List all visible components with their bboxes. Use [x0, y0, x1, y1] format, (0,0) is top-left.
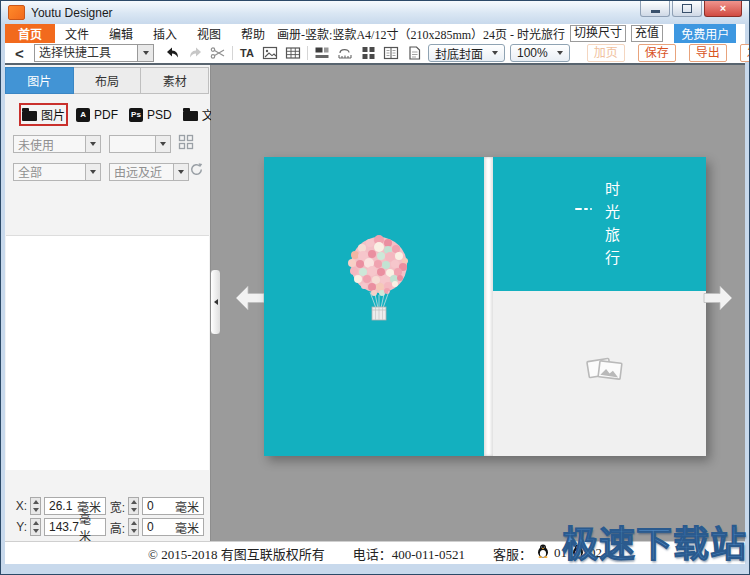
collapse-left-icon [214, 299, 218, 305]
photo-placeholder-icon[interactable] [585, 353, 625, 389]
grid-view-icon[interactable] [359, 45, 377, 61]
front-cover-page[interactable]: 时光旅行 [493, 157, 706, 456]
export-button[interactable]: 导出 [689, 44, 727, 62]
menu-item-view[interactable]: 视图 [187, 25, 231, 42]
menu-item-help[interactable]: 帮助 [231, 25, 275, 42]
canvas-area: 时光旅行 [211, 65, 745, 542]
refresh-icon[interactable] [189, 162, 204, 181]
tab-materials[interactable]: 素材 [140, 67, 209, 94]
phone-text: 电话：400-011-0521 [353, 544, 465, 563]
redo-icon[interactable] [186, 45, 204, 61]
grid-layout-icon[interactable] [178, 134, 194, 154]
quick-tool-select-value: 选择快捷工具 [35, 45, 137, 61]
add-page-button[interactable]: 加页 [587, 44, 625, 62]
source-pdf[interactable]: A PDF [73, 105, 121, 125]
table-tool-icon[interactable] [284, 45, 302, 61]
align-tool-icon[interactable] [313, 45, 331, 61]
titlebar: Youtu Designer × [1, 1, 749, 24]
app-logo-icon [8, 5, 25, 20]
zoom-select[interactable]: 100% [510, 44, 570, 62]
cover-deco-mark [575, 208, 592, 210]
toolbar: < 选择快捷工具 TA [5, 43, 745, 65]
sidebar-collapse-handle[interactable] [211, 269, 221, 335]
image-list-area [6, 235, 209, 470]
toolbar-separator [232, 46, 233, 60]
scissors-icon[interactable] [209, 45, 227, 61]
usage-filter-select[interactable]: 未使用 [13, 135, 101, 153]
app-title: Youtu Designer [31, 6, 113, 20]
toolbar-separator [307, 46, 308, 60]
text-tool-icon[interactable]: TA [238, 45, 256, 61]
menu-item-file[interactable]: 文件 [55, 25, 99, 42]
chevron-down-icon[interactable] [137, 45, 153, 61]
image-source-row: 图片 A PDF Ps PSD 文件夹 [19, 103, 208, 126]
psd-icon: Ps [129, 108, 143, 122]
pages-view-icon[interactable] [382, 45, 400, 61]
y-stepper[interactable] [30, 518, 41, 536]
free-user-badge[interactable]: 免费用户 [674, 24, 736, 43]
close-button[interactable]: × [704, 1, 742, 17]
back-icon[interactable]: < [15, 45, 29, 62]
next-page-arrow[interactable] [703, 285, 733, 315]
chevron-down-icon [85, 164, 100, 180]
save-button[interactable]: 保存 [638, 44, 676, 62]
app-window: Youtu Designer × 首页 文件 编辑 插入 视图 帮助 画册-竖款… [0, 0, 750, 575]
quick-tool-select[interactable]: 选择快捷工具 [34, 44, 154, 62]
publish-button[interactable]: 发布 [740, 44, 750, 62]
source-psd[interactable]: Ps PSD [126, 105, 175, 125]
chevron-down-icon [557, 51, 563, 55]
height-stepper[interactable] [128, 518, 139, 536]
service-label: 客服： [493, 544, 532, 563]
x-stepper[interactable] [30, 497, 41, 515]
folder-icon [22, 111, 37, 121]
document-view-icon[interactable] [405, 45, 423, 61]
minimize-icon [651, 10, 660, 13]
width-field[interactable]: 0毫米 [142, 497, 204, 515]
recharge-button[interactable]: 充值 [631, 25, 663, 42]
height-field[interactable]: 0毫米 [142, 518, 204, 536]
measure-tool-icon[interactable] [336, 45, 354, 61]
filter-row-1: 未使用 [13, 134, 202, 154]
cover-teal-block [493, 157, 706, 291]
cover-title-text[interactable]: 时光旅行 [601, 181, 622, 273]
window-controls: × [638, 1, 742, 17]
balloon-bouquet-image[interactable] [344, 234, 414, 333]
book-spread: 时光旅行 [264, 157, 706, 456]
coordinates-panel: X: 26.1毫米 宽: 0毫米 Y: 143.7毫米 高: 0毫米 [11, 494, 206, 536]
menu-item-home[interactable]: 首页 [5, 24, 55, 43]
cover-scope-select[interactable]: 封底封面 [428, 44, 505, 62]
folder-icon [183, 111, 198, 121]
menu-item-insert[interactable]: 插入 [143, 25, 187, 42]
y-field[interactable]: 143.7毫米 [44, 518, 106, 536]
minimize-button[interactable] [640, 1, 670, 17]
tab-layout[interactable]: 布局 [73, 67, 142, 94]
tab-images[interactable]: 图片 [5, 67, 74, 94]
document-title: 画册-竖款:竖款A4/12寸（210x285mm）24页 - 时光旅行 [277, 25, 565, 43]
undo-icon[interactable] [163, 45, 181, 61]
maximize-button[interactable] [672, 1, 702, 17]
scope-filter-select[interactable]: 全部 [13, 163, 101, 181]
site-watermark: 极速下载站 [562, 515, 747, 567]
zoom-value: 100% [517, 46, 548, 60]
prev-page-arrow[interactable] [235, 285, 265, 315]
qq-icon[interactable] [537, 544, 549, 562]
order-filter-select[interactable]: 由远及近 [109, 163, 189, 181]
filter-row-2: 全部 由远及近 [13, 162, 202, 181]
source-images[interactable]: 图片 [19, 103, 68, 126]
menu-item-edit[interactable]: 编辑 [99, 25, 143, 42]
back-cover-page[interactable] [264, 157, 484, 456]
maximize-icon [682, 4, 692, 13]
book-spine [484, 157, 493, 456]
copyright-text: © 2015-2018 有图互联版权所有 [148, 544, 325, 563]
switch-size-button[interactable]: 切换尺寸 [570, 25, 626, 42]
coord-row-y: Y: 143.7毫米 高: 0毫米 [11, 518, 206, 536]
sidebar-tabs: 图片 布局 素材 [6, 67, 209, 94]
secondary-filter-select[interactable] [109, 135, 171, 153]
image-tool-icon[interactable] [261, 45, 279, 61]
cover-scope-value: 封底封面 [435, 45, 483, 62]
width-stepper[interactable] [128, 497, 139, 515]
chevron-down-icon [155, 136, 170, 152]
pdf-icon: A [76, 108, 90, 122]
sidebar: 图片 布局 素材 图片 A PDF Ps PSD 文件夹 未使 [5, 65, 211, 542]
coord-row-x: X: 26.1毫米 宽: 0毫米 [11, 497, 206, 515]
